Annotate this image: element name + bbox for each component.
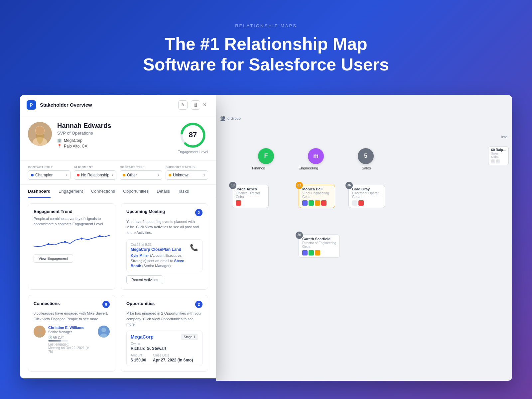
close-date-label: Close Date: [153, 353, 193, 357]
map-content: g Group F Finance m Engineering 5 Sales …: [216, 95, 512, 108]
opp-company[interactable]: MegaCorp: [131, 334, 153, 340]
person-name-jorge: Jorge Arnes: [236, 187, 265, 191]
upcoming-meeting-card: Upcoming Meeting 2 You have 2 upcoming e…: [121, 203, 208, 290]
contact-type-select[interactable]: Other ▾: [120, 170, 162, 180]
connection-avatar: [34, 326, 46, 338]
person-company-brad: Geba: [352, 195, 381, 199]
upcoming-meeting-badge: 2: [195, 209, 202, 216]
sales-group-circle[interactable]: 5: [358, 148, 374, 164]
icon-dot-1: [302, 200, 308, 206]
connection-item-2: [98, 326, 110, 338]
alignment-select[interactable]: No Relationship ▾: [74, 170, 116, 180]
person-card-jorge[interactable]: 19 Jorge Arnes Finance Director Geba: [232, 185, 269, 208]
node-icon: ⬜: [491, 159, 495, 163]
close-button[interactable]: ×: [200, 100, 209, 110]
svg-text:87: 87: [189, 131, 197, 139]
connection-details: Christine E. Williams Senior Manager 🕐 6…: [48, 326, 92, 353]
tab-tasks[interactable]: Tasks: [178, 185, 189, 198]
engagement-trend-card: Engagement Trend People.ai combines a va…: [28, 203, 115, 290]
tab-details[interactable]: Details: [157, 185, 170, 198]
person-card-gareth[interactable]: 30 Gareth Scarfield Director of Engineer…: [299, 235, 340, 258]
page-header: RELATIONSHIP MAPS The #1 Relationship Ma…: [0, 0, 532, 85]
person-company-jorge: Geba: [236, 195, 265, 199]
svg-point-12: [37, 328, 42, 332]
phone-icon: 📞: [190, 244, 198, 251]
group-label-left: g Group: [227, 116, 241, 120]
panel-body: Engagement Trend People.ai combines a va…: [20, 198, 216, 378]
tabs-row: Dashboard Engagement Connections Opportu…: [20, 185, 216, 198]
engineering-group-circle[interactable]: m: [308, 148, 324, 164]
opp-close-date: Close Date Apr 27, 2022 (in 6mo): [153, 353, 193, 362]
icon-dot-b1: [352, 200, 357, 206]
node-icon: ⬜: [496, 159, 500, 163]
header-title: The #1 Relationship Map Software for Sal…: [0, 34, 532, 75]
icon-dot-4: [321, 200, 327, 206]
person-num-gareth: 30: [296, 232, 303, 239]
support-status-group: SUPPORT STATUS Unknown ▾: [166, 165, 208, 180]
engagement-trend-desc: People.ai combines a variety of signals …: [34, 216, 110, 227]
profile-info: Hannah Edwards SVP of Operations 🏢 MegaC…: [57, 122, 178, 149]
opportunities-badge: 2: [195, 301, 202, 308]
tab-engagement[interactable]: Engagement: [59, 185, 83, 198]
profile-section: Hannah Edwards SVP of Operations 🏢 MegaC…: [20, 115, 216, 161]
edit-button[interactable]: ✎: [178, 100, 188, 110]
person-card-monica[interactable]: 81 Monica Bell VP of Engineering Geba: [299, 185, 335, 208]
contact-role-select[interactable]: Champion ▾: [28, 170, 70, 180]
contact-role-label: CONTACT ROLE: [28, 165, 70, 169]
sales-group-label: Sales: [362, 166, 371, 170]
engagement-badge: 87 Engagement Level: [178, 122, 208, 154]
time-bar: [48, 340, 68, 342]
clock-icon: 🕐: [48, 336, 52, 339]
svg-point-10: [99, 235, 101, 237]
opportunities-card: Opportunities 2 Mike has engaged in 2 Op…: [121, 295, 208, 372]
tab-connections[interactable]: Connections: [91, 185, 115, 198]
view-engagement-button[interactable]: View Engagement: [34, 254, 73, 263]
alignment-group: ALIGNMENT No Relationship ▾: [74, 165, 116, 180]
icon-dot-g1: [302, 250, 308, 255]
connections-badge: 8: [102, 301, 110, 308]
engagement-label: Engagement Level: [178, 150, 208, 154]
stakeholder-panel: P Stakeholder Overview ✎ 🗑 × Hannah Edw: [20, 95, 216, 378]
tab-dashboard[interactable]: Dashboard: [28, 185, 51, 198]
alignment-label: ALIGNMENT: [74, 165, 116, 169]
panel-header-actions: ✎ 🗑: [178, 100, 200, 110]
svg-point-9: [80, 238, 82, 240]
person-num-brad: 36: [345, 182, 353, 189]
alignment-dot: [77, 174, 79, 176]
support-status-dot: [169, 174, 171, 176]
contact-type-label: CONTACT TYPE: [120, 165, 162, 169]
opp-amounts: Amount $ 150,00 Close Date Apr 27, 2022 …: [131, 353, 198, 362]
close-date-value: Apr 27, 2022 (in 6mo): [153, 358, 193, 362]
far-right-node-name: 60 Ralp...: [491, 148, 506, 152]
upcoming-meeting-desc: You have 2 upcoming events planned with …: [126, 219, 202, 236]
tab-opportunities[interactable]: Opportunities: [123, 185, 149, 198]
profile-job-title: SVP of Operations: [57, 131, 178, 136]
recent-activities-button[interactable]: Recent Activities: [126, 275, 163, 284]
contact-type-dot: [123, 174, 125, 176]
chevron-down-icon: ▾: [203, 173, 205, 177]
dropdowns-row: CONTACT ROLE Champion ▾ ALIGNMENT No Rel…: [20, 161, 216, 185]
connection-name[interactable]: Christine E. Williams: [48, 326, 92, 330]
person-icons-gareth: [302, 250, 336, 255]
chevron-down-icon: ▾: [112, 173, 113, 177]
person-company-monica: Geba: [302, 195, 332, 199]
upcoming-meeting-title: Upcoming Meeting: [126, 209, 165, 214]
connection-item: Christine E. Williams Senior Manager 🕐 6…: [34, 326, 110, 353]
panel-title: Stakeholder Overview: [40, 102, 178, 108]
svg-point-32: [220, 119, 225, 121]
person-card-brad[interactable]: 36 Brad Gray Director of Operat... Geba: [348, 185, 385, 208]
person-icons-jorge: [236, 200, 265, 206]
avatar: [28, 122, 52, 146]
amount-label: Amount: [131, 353, 146, 357]
far-right-node-company: Geba: [491, 155, 506, 158]
delete-button[interactable]: 🗑: [191, 100, 200, 110]
person-name-monica: Monica Bell: [302, 187, 332, 191]
person-name-brad: Brad Gray: [352, 187, 381, 191]
support-status-select[interactable]: Unknown ▾: [166, 170, 208, 180]
meeting-date: Oct 26 at 9:31: [131, 243, 187, 247]
opp-amount: Amount $ 150,00: [131, 353, 146, 362]
finance-group-circle[interactable]: F: [258, 148, 274, 164]
svg-point-31: [222, 116, 225, 119]
person-title-gareth: Director of Engineering: [302, 241, 336, 245]
connection-time: 🕐 6h 28m: [48, 336, 92, 339]
